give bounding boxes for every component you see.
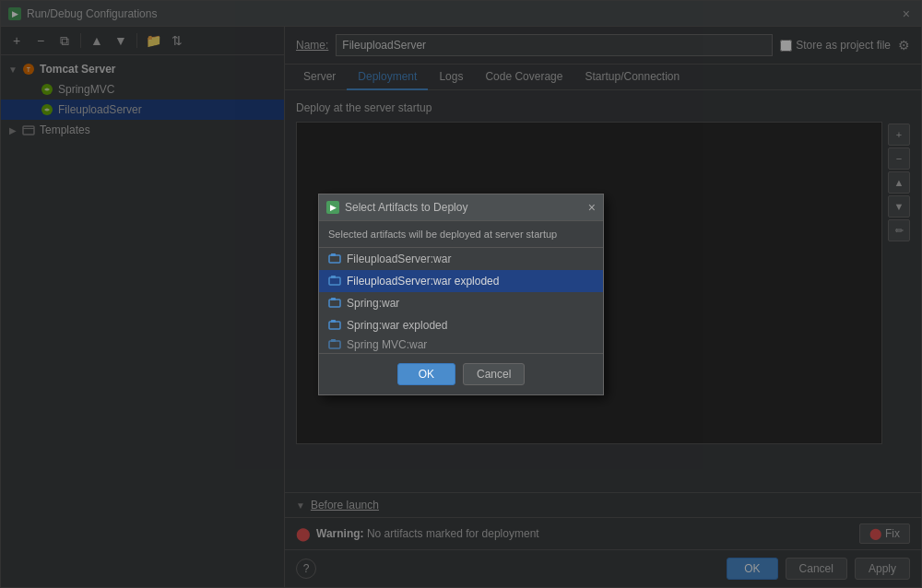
svg-rect-13 — [331, 320, 336, 323]
artifact-label: FileuploadServer:war — [347, 253, 451, 265]
artifact-label: Spring:war exploded — [347, 319, 447, 332]
modal-list-item[interactable]: Spring:war — [319, 292, 603, 314]
modal-overlay: ▶ Select Artifacts to Deploy × Selected … — [0, 0, 922, 588]
modal-list-item-selected[interactable]: FileuploadServer:war exploded — [319, 270, 603, 292]
artifact-label: FileuploadServer:war exploded — [347, 275, 499, 288]
modal-cancel-button[interactable]: Cancel — [463, 363, 525, 385]
artifact-icon — [328, 338, 341, 351]
select-artifacts-dialog: ▶ Select Artifacts to Deploy × Selected … — [318, 194, 604, 395]
svg-rect-7 — [331, 253, 336, 256]
artifact-icon — [328, 253, 341, 265]
artifact-icon — [328, 297, 341, 310]
modal-subtitle: Selected artifacts will be deployed at s… — [319, 221, 603, 248]
svg-rect-9 — [331, 276, 336, 278]
modal-title-bar: ▶ Select Artifacts to Deploy × — [319, 194, 603, 221]
modal-close-button[interactable]: × — [588, 200, 596, 215]
svg-rect-8 — [329, 277, 340, 285]
modal-list-item[interactable]: Spring MVC:war — [319, 336, 603, 353]
modal-dialog-icon: ▶ — [326, 201, 339, 214]
modal-buttons: OK Cancel — [319, 353, 603, 394]
svg-rect-12 — [329, 322, 340, 329]
modal-ok-button[interactable]: OK — [397, 363, 455, 385]
modal-list-item[interactable]: Spring:war exploded — [319, 314, 603, 336]
svg-rect-10 — [329, 300, 340, 307]
artifact-label: Spring MVC:war — [347, 338, 427, 351]
modal-title-left: ▶ Select Artifacts to Deploy — [326, 201, 467, 214]
svg-rect-14 — [329, 341, 340, 348]
modal-list-item[interactable]: FileuploadServer:war — [319, 248, 603, 270]
modal-artifact-list: FileuploadServer:war FileuploadServer:wa… — [319, 248, 603, 353]
svg-rect-15 — [331, 339, 336, 342]
svg-rect-11 — [331, 298, 336, 300]
artifact-label: Spring:war — [347, 297, 399, 310]
modal-title-text: Select Artifacts to Deploy — [345, 201, 467, 214]
artifact-icon — [328, 275, 341, 288]
svg-rect-6 — [329, 255, 340, 263]
artifact-icon — [328, 319, 341, 332]
